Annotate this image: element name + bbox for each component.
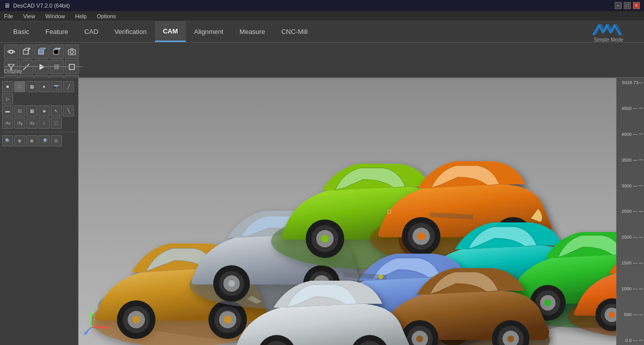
toolbar-label: Display (4, 66, 83, 74)
left-btn-7[interactable]: ▷ (2, 93, 13, 104)
app-title: DesCAD V7.2.0 (64bit) (13, 3, 70, 9)
left-btn-zoom-all2[interactable]: ⊙ (51, 135, 62, 146)
left-tool-row-3: ↺x ↺y ↺z ○ □ (2, 118, 76, 129)
ruler-tick-top: 5028.73— (618, 80, 643, 85)
left-btn-9[interactable]: ⊡ (14, 105, 25, 117)
maximize-button[interactable]: □ (624, 2, 631, 9)
left-btn-8[interactable]: ▬ (2, 105, 13, 117)
ruler-tick-4000: 4000 — (618, 132, 643, 137)
left-btn-zoom-out[interactable]: 🔍 (2, 135, 13, 146)
ribbon-nav: Basic Feature CAD Verification CAM Align… (0, 21, 644, 43)
svg-text:Y: Y (90, 305, 93, 311)
tab-measure[interactable]: Measure (231, 21, 273, 42)
left-btn-zoom-box[interactable]: 🔎 (38, 135, 50, 146)
left-btn-10[interactable]: ▦ (26, 105, 37, 117)
ruler-tick-2500: 2500 — (618, 209, 643, 214)
svg-rect-1 (23, 50, 28, 54)
title-bar-controls[interactable]: ─ □ ✕ (615, 2, 640, 9)
toolbar-btn-shaded[interactable] (34, 45, 49, 59)
svg-point-45 (224, 316, 231, 323)
app-logo (588, 21, 629, 36)
left-btn-zoom-in[interactable]: ⊕ (14, 135, 25, 146)
left-btn-ry[interactable]: ↺y (14, 118, 25, 129)
title-bar-left: 🖥 DesCAD V7.2.0 (64bit) (4, 2, 70, 9)
left-btn-3[interactable]: ▦ (26, 81, 37, 92)
title-bar: 🖥 DesCAD V7.2.0 (64bit) ─ □ ✕ (0, 0, 644, 11)
svg-point-41 (132, 316, 140, 323)
app-icon: 🖥 (4, 2, 10, 9)
ruler-tick-1000: 1000 — (618, 286, 643, 291)
main-content: ■ □ ▦ ● 📷 ╱ ▷ ▬ ⊡ ▦ ◈ ↖ ╲ ↺x ↺y ↺z ○ □ 🔍… (0, 78, 644, 345)
tab-feature[interactable]: Feature (37, 21, 76, 42)
left-separator (2, 132, 76, 132)
left-btn-rz[interactable]: ↺z (26, 118, 37, 129)
svg-point-95 (544, 299, 551, 306)
tab-basic[interactable]: Basic (5, 21, 37, 42)
left-tool-row-1: ■ □ ▦ ● 📷 ╱ ▷ (2, 81, 76, 104)
menu-window[interactable]: Window (43, 13, 67, 19)
svg-marker-129 (103, 325, 106, 329)
ruler-tick-2000: 2000 — (618, 235, 643, 240)
ruler-tick-500: 500 — (618, 312, 643, 317)
left-btn-6[interactable]: ╱ (63, 81, 74, 92)
ruler-line (639, 263, 643, 263)
svg-point-50 (228, 280, 235, 287)
toolbar-btn-box-wire[interactable] (19, 45, 33, 59)
tab-cad[interactable]: CAD (76, 21, 106, 42)
left-btn-17[interactable]: □ (51, 118, 62, 129)
tab-cncmill[interactable]: CNC-Mill (273, 21, 316, 42)
svg-point-6 (70, 51, 73, 54)
svg-marker-132 (89, 312, 93, 316)
menu-options[interactable]: Options (95, 13, 118, 19)
left-tool-row-2: ▬ ⊡ ▦ ◈ ↖ ╲ (2, 105, 76, 117)
tab-alignment[interactable]: Alignment (186, 21, 231, 42)
viewport[interactable]: 5028.73— 4500 — 4000 — 3500 — 3000 — 250… (78, 78, 644, 345)
toolbar-area: ↺x ↺y ↺z Display (0, 43, 644, 78)
left-btn-5[interactable]: 📷 (51, 81, 62, 92)
tab-cam[interactable]: CAM (155, 21, 186, 42)
close-button[interactable]: ✕ (633, 2, 640, 9)
left-btn-16[interactable]: ○ (38, 118, 50, 129)
ruler-line (639, 340, 643, 340)
ruler-tick-4500: 4500 — (618, 106, 643, 111)
left-btn-11[interactable]: ◈ (38, 105, 50, 117)
logo-area: Simple Mode (588, 21, 639, 43)
menu-help[interactable]: Help (73, 13, 89, 19)
ruler-line (639, 237, 643, 238)
menu-view[interactable]: View (21, 13, 37, 19)
ruler-tick-3000: 3000 — (618, 183, 643, 188)
axis-indicator: X Y Z (84, 304, 114, 335)
left-btn-rx[interactable]: ↺x (2, 118, 13, 129)
toolbar-btn-render[interactable] (50, 45, 64, 59)
ruler-line (639, 108, 643, 108)
car-scene (78, 78, 616, 345)
svg-point-117 (507, 335, 514, 342)
left-tool-row-4: 🔍 ⊕ ⊗ 🔎 ⊙ (2, 135, 76, 146)
tab-verification[interactable]: Verification (106, 21, 155, 42)
svg-point-113 (416, 335, 423, 342)
left-btn-zoom-extent[interactable]: ⊗ (26, 135, 37, 146)
left-btn-1[interactable]: ■ (2, 81, 13, 92)
ruler-line (639, 134, 643, 134)
svg-rect-3 (38, 50, 44, 54)
left-btn-13[interactable]: ╲ (63, 105, 74, 117)
ruler-line (639, 315, 643, 315)
svg-point-104 (609, 312, 615, 318)
menu-bar: File View Window Help Options (0, 11, 644, 21)
minimize-button[interactable]: ─ (615, 2, 622, 9)
ruler-line (639, 211, 643, 212)
ruler-tick-3500: 3500 — (618, 158, 643, 163)
ruler-tick-1500: 1500 — (618, 260, 643, 265)
ruler-line (639, 185, 643, 186)
left-btn-4[interactable]: ● (38, 81, 50, 92)
menu-file[interactable]: File (2, 13, 15, 19)
left-btn-12[interactable]: ↖ (51, 105, 62, 117)
svg-rect-4 (54, 50, 59, 54)
toolbar-btn-eye[interactable] (4, 45, 18, 59)
toolbar-btn-camera[interactable] (65, 45, 79, 59)
svg-text:Z: Z (84, 331, 87, 335)
ruler-tick-0: 0.0 — (618, 338, 643, 343)
svg-point-59 (321, 235, 329, 243)
ruler-line (639, 289, 643, 289)
left-btn-2[interactable]: □ (14, 81, 25, 92)
